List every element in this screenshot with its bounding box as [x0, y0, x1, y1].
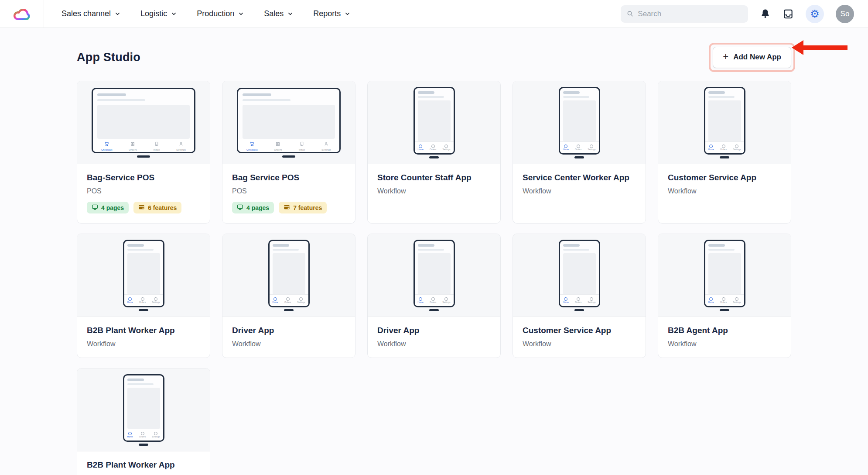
grid-icon [130, 140, 135, 148]
brand-logo[interactable] [0, 0, 44, 28]
app-card[interactable]: Home Orders Settings B2B Plant Worker Ap… [77, 368, 210, 475]
phone-mockup: Home Orders Settings [123, 374, 164, 446]
person-icon [324, 140, 328, 148]
screen-placeholder [708, 100, 741, 141]
app-type: Workflow [523, 187, 636, 195]
tablet-icon [154, 140, 159, 148]
skeleton-bar [708, 91, 725, 94]
nav-item-reports[interactable]: Reports [313, 9, 350, 18]
screen-placeholder [418, 253, 451, 294]
mock-tab-home: Home [708, 297, 714, 303]
chevron-down-icon [115, 11, 120, 17]
mock-tab-orders: Orders [720, 297, 727, 303]
mock-tab-settings: Settings [297, 297, 305, 303]
app-name: B2B Plant Worker App [87, 326, 200, 335]
circle-icon [431, 145, 435, 148]
annotation-arrow [792, 40, 847, 55]
mock-tab-orders: Orders [575, 297, 581, 303]
add-new-app-button[interactable]: + Add New App [713, 47, 791, 68]
mock-tab-home: Home [418, 145, 424, 151]
skeleton-bar [418, 244, 434, 247]
circle-icon [590, 145, 593, 148]
app-name: Driver App [377, 326, 491, 335]
grid-icon [276, 140, 280, 148]
nav-item-production[interactable]: Production [197, 9, 244, 18]
tablet-mockup: Checkout Orders Inbox Settings [237, 88, 341, 158]
app-card[interactable]: Checkout Orders Inbox Settings Bag-Servi… [77, 81, 210, 224]
circle-icon [419, 145, 422, 148]
home-indicator [284, 309, 294, 311]
app-card[interactable]: Home Orders Settings Customer Service Ap… [513, 234, 646, 358]
mock-tab-home: Home [418, 297, 424, 303]
search-icon [627, 10, 633, 17]
skeleton-bar [563, 96, 589, 98]
app-preview: Home Orders Settings [368, 234, 500, 317]
app-card[interactable]: Checkout Orders Inbox Settings Bag Servi… [222, 81, 355, 224]
mock-tab-settings: Settings [733, 145, 741, 151]
nav-item-sales[interactable]: Sales [264, 9, 293, 18]
gear-icon: ⚙ [810, 9, 820, 19]
phone-mockup: Home Orders Settings [559, 87, 600, 158]
skeleton-bar [127, 379, 144, 381]
app-preview: Home Orders Settings [658, 81, 791, 164]
home-indicator [720, 156, 729, 158]
nav-item-logistic[interactable]: Logistic [140, 9, 177, 18]
card-info: Customer Service App Workflow [513, 317, 646, 358]
features-badge-icon [284, 204, 290, 212]
skeleton-bar [97, 99, 145, 101]
circle-icon [564, 145, 567, 148]
app-type: POS [232, 187, 345, 195]
mock-tabbar: Home Orders Settings [560, 141, 599, 153]
app-card[interactable]: Home Orders Settings Service Center Work… [513, 81, 646, 224]
circle-icon [299, 297, 303, 301]
mock-tab-checkout: Checkout [246, 140, 257, 151]
skeleton-bar [563, 91, 580, 94]
circle-icon [564, 297, 567, 301]
phone-mockup: Home Orders Settings [413, 240, 455, 311]
mock-tab-orders: Orders [139, 297, 146, 303]
mock-tabbar: Home Orders Settings [270, 294, 308, 306]
app-card[interactable]: Home Orders Settings B2B Plant Worker Ap… [77, 234, 210, 358]
app-card[interactable]: Home Orders Settings B2B Agent App Workf… [658, 234, 791, 358]
mock-tab-home: Home [127, 432, 133, 438]
phone-mockup: Home Orders Settings [268, 240, 310, 311]
features-badge-icon [138, 204, 145, 212]
skeleton-bar [97, 93, 126, 96]
badge-row: 4 pages 6 features [87, 202, 200, 213]
features-badge: 7 features [279, 202, 327, 213]
settings-button[interactable]: ⚙ [806, 5, 824, 23]
app-card[interactable]: Home Orders Settings Driver App Workflow [222, 234, 355, 358]
skeleton-bar [418, 91, 434, 94]
app-type: Workflow [377, 340, 491, 348]
circle-icon [128, 432, 132, 435]
mock-tab-orders: Orders [139, 432, 146, 438]
app-name: Driver App [232, 326, 345, 335]
phone-mockup: Home Orders Settings [704, 87, 745, 158]
mock-tab-checkout: Checkout [101, 140, 112, 151]
user-avatar[interactable]: So [836, 5, 854, 23]
pages-badge: 4 pages [232, 202, 274, 213]
screen-placeholder [418, 100, 451, 141]
circle-icon [709, 145, 713, 148]
card-info: B2B Plant Worker App Workflow [77, 451, 210, 475]
screen-placeholder [563, 253, 596, 294]
app-card[interactable]: Home Orders Settings Customer Service Ap… [658, 81, 791, 224]
mock-tab-settings: Settings [733, 297, 741, 303]
page-title: App Studio [77, 51, 140, 64]
search-box[interactable] [621, 5, 748, 23]
home-indicator [574, 156, 584, 158]
notifications-button[interactable] [760, 8, 771, 19]
app-name: Service Center Worker App [523, 173, 636, 182]
app-card[interactable]: Home Orders Settings Store Counter Staff… [367, 81, 501, 224]
arrow-head [792, 40, 803, 55]
mock-tab-orders: Orders [129, 140, 137, 151]
skeleton-bar [273, 244, 289, 247]
pages-badge-icon [92, 204, 98, 212]
nav-item-sales-channel[interactable]: Sales channel [62, 9, 120, 18]
page-head: App Studio + Add New App [77, 46, 791, 68]
circle-icon [273, 297, 277, 301]
search-input[interactable] [638, 10, 742, 18]
app-preview: Home Orders Settings [658, 234, 791, 317]
app-card[interactable]: Home Orders Settings Driver App Workflow [367, 234, 501, 358]
inbox-button[interactable] [783, 8, 794, 20]
